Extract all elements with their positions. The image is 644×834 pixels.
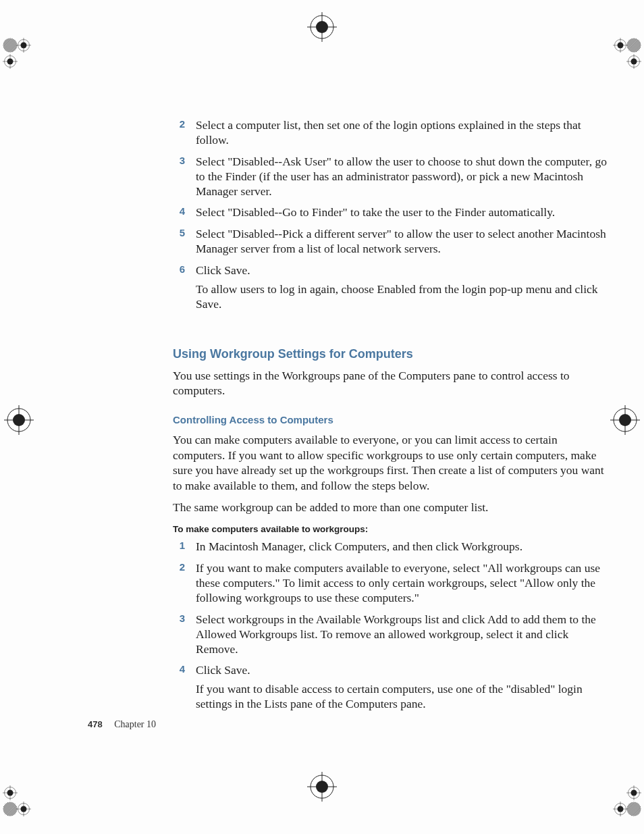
svg-point-1 [3, 38, 18, 53]
svg-point-32 [627, 802, 641, 816]
step-number: 5 [173, 227, 185, 257]
step-number: 2 [173, 561, 185, 606]
crop-mark-bottom-left [0, 780, 41, 820]
step-text: If you want to make computers available … [196, 561, 612, 606]
page-content: 2 Select a computer list, then set one o… [173, 118, 612, 712]
list-item: 4 Select "Disabled--Go to Finder" to tak… [173, 205, 612, 220]
paragraph: The same workgroup can be added to more … [173, 500, 612, 515]
crop-mark-top-right [603, 32, 644, 73]
step-followup: To allow users to log in again, choose E… [196, 282, 612, 312]
list-item: 1 In Macintosh Manager, click Computers,… [173, 540, 612, 554]
subsection-heading: Controlling Access to Computers [173, 414, 612, 425]
numbered-list-login-options: 2 Select a computer list, then set one o… [173, 118, 612, 312]
step-text: Select "Disabled--Pick a different serve… [196, 227, 612, 257]
step-text: Click Save. If you want to disable acces… [196, 663, 612, 712]
crop-mark-bottom-right [603, 780, 644, 820]
list-item: 3 Select "Disabled--Ask User" to allow t… [173, 155, 612, 199]
step-text: Select a computer list, then set one of … [196, 118, 612, 148]
step-text: In Macintosh Manager, click Computers, a… [196, 540, 612, 554]
step-number: 1 [173, 540, 185, 554]
numbered-list-workgroups: 1 In Macintosh Manager, click Computers,… [173, 540, 612, 712]
list-item: 5 Select "Disabled--Pick a different ser… [173, 227, 612, 257]
crop-mark-left [4, 405, 34, 435]
crop-mark-right [610, 405, 640, 435]
crop-mark-bottom [307, 772, 337, 802]
page-number: 478 [88, 719, 103, 729]
list-item: 6 Click Save. To allow users to log in a… [173, 263, 612, 312]
svg-point-10 [627, 38, 641, 53]
section-intro: You use settings in the Workgroups pane … [173, 368, 612, 398]
crop-mark-top [307, 12, 337, 42]
step-number: 4 [173, 663, 185, 712]
step-followup: If you want to disable access to certain… [196, 682, 612, 712]
step-main: Click Save. [196, 263, 250, 277]
step-main: Click Save. [196, 663, 250, 677]
chapter-label: Chapter 10 [114, 719, 156, 729]
page-footer: 478 Chapter 10 [88, 719, 156, 730]
step-number: 6 [173, 263, 185, 312]
step-text: Select "Disabled--Ask User" to allow the… [196, 155, 612, 199]
list-item: 2 If you want to make computers availabl… [173, 561, 612, 606]
paragraph: You can make computers available to ever… [173, 432, 612, 493]
step-number: 3 [173, 155, 185, 199]
step-text: Click Save. To allow users to log in aga… [196, 263, 612, 312]
step-number: 3 [173, 613, 185, 657]
list-item: 3 Select workgroups in the Available Wor… [173, 613, 612, 657]
step-text: Select workgroups in the Available Workg… [196, 613, 612, 657]
svg-point-23 [3, 802, 18, 816]
step-number: 2 [173, 118, 185, 148]
list-item: 4 Click Save. If you want to disable acc… [173, 663, 612, 712]
crop-mark-top-left [0, 32, 41, 73]
list-item: 2 Select a computer list, then set one o… [173, 118, 612, 148]
step-text: Select "Disabled--Go to Finder" to take … [196, 205, 612, 220]
task-heading: To make computers available to workgroup… [173, 524, 612, 534]
step-number: 4 [173, 205, 185, 220]
section-heading: Using Workgroup Settings for Computers [173, 347, 612, 361]
